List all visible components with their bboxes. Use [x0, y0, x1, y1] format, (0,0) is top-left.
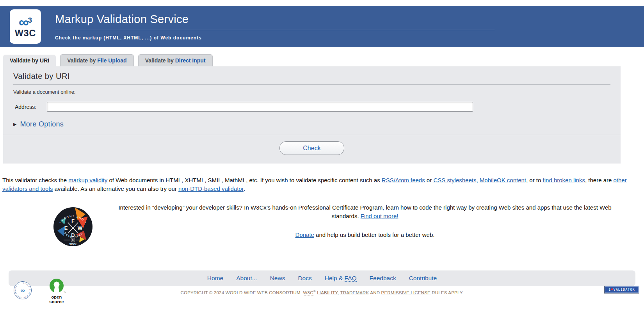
intro-paragraph: This validator checks the markup validit… — [2, 176, 642, 193]
header-text: Markup Validation Service Check the mark… — [55, 13, 644, 41]
text-segment: Contribute — [409, 275, 437, 281]
tab-label-strong: File Upload — [97, 57, 126, 64]
text-segment: . — [244, 185, 245, 192]
text-segment: , there are — [585, 177, 614, 183]
address-row: Address: — [15, 102, 621, 112]
text-segment: Docs — [298, 275, 311, 281]
infinity-glyph: ∞ — [19, 14, 29, 30]
w3c-abbr: W3C — [303, 290, 313, 295]
footer-link-about[interactable]: About... — [236, 275, 257, 282]
w3c-infinity-icon: ∞3 — [19, 14, 32, 28]
text-segment: AND — [369, 290, 381, 295]
header-banner: ∞3 W3C Markup Validation Service Check t… — [0, 6, 644, 47]
liability-link[interactable]: LIABILITY — [317, 290, 338, 295]
text-segment: VALIDATOR — [614, 288, 635, 292]
text-segment: , or to — [526, 177, 543, 183]
more-options-label: More Options — [20, 120, 64, 128]
tab-validate-by-direct-input[interactable]: Validate by Direct Input — [138, 54, 213, 66]
osi-keyhole-icon: TM — [48, 278, 66, 294]
footer-link-home[interactable]: Home — [207, 275, 223, 282]
check-button[interactable]: Check — [279, 141, 344, 155]
text-segment: Home — [207, 275, 223, 281]
address-label: Address: — [15, 104, 43, 110]
validate-by-uri-panel: Validate by URI Validate a document onli… — [3, 66, 621, 164]
more-options-toggle[interactable]: ▶ More Options — [13, 120, 64, 128]
text-segment: RULES APPLY. — [431, 290, 464, 295]
text-segment: COPYRIGHT © 2024 WORLD WIDE WEB CONSORTI… — [181, 290, 303, 295]
text-segment: FAQ — [345, 275, 357, 282]
text-segment: , — [476, 177, 479, 183]
w3c-logo[interactable]: ∞3 W3C — [10, 9, 41, 44]
copyright-line: COPYRIGHT © 2024 WORLD WIDE WEB CONSORTI… — [0, 290, 644, 295]
tab-label-strong: Direct Input — [175, 57, 206, 64]
text-segment: This validator checks the — [2, 177, 68, 183]
tab-label-prefix: Validate by — [145, 57, 175, 64]
osi-wordmark: open source — [44, 295, 69, 304]
text-segment: About... — [236, 275, 257, 281]
text-segment: News — [270, 275, 285, 281]
footer: Home About... News Docs Help & FAQ Feedb… — [0, 270, 644, 295]
permissive-license-link[interactable]: PERMISSIVE LICENSE — [381, 290, 431, 295]
open-source-logo[interactable]: TM open source — [44, 278, 69, 304]
page-title: Markup Validation Service — [55, 13, 495, 30]
w3cx-fewd-badge[interactable]: F E W D • FRONT END • DEVELOPER BY W3Cx — [53, 206, 93, 247]
text-segment: or — [425, 177, 434, 183]
i-love-validator-badge[interactable]: I ♥ VALIDATOR — [604, 286, 639, 293]
text-segment: Feedback — [370, 275, 396, 281]
seal-infinity-glyph: ∞ — [21, 287, 25, 293]
find-out-more-link[interactable]: Find out more! — [361, 213, 398, 219]
text-segment: available. As an alternative you can als… — [53, 185, 178, 192]
footer-link-help-faq[interactable]: Help & FAQ — [325, 275, 357, 282]
badge-letter-w: W — [78, 225, 83, 231]
text-segment: and help us build better tools for a bet… — [314, 231, 435, 238]
markup-validity-link[interactable]: markup validity — [68, 177, 107, 183]
text-segment: Help & — [325, 275, 345, 281]
badge-w3cx-text: W3Cx — [69, 243, 76, 245]
promo-section: F E W D • FRONT END • DEVELOPER BY W3Cx … — [0, 203, 644, 253]
text-segment: ® — [313, 290, 316, 293]
text-segment: of Web documents in HTML, XHTML, SMIL, M… — [107, 177, 382, 183]
donate-line: Donate and help us build better tools fo… — [101, 231, 628, 239]
rss-atom-feeds-link[interactable]: RSS/Atom feeds — [382, 177, 425, 183]
trademark-link[interactable]: TRADEMARK — [340, 290, 369, 295]
validation-tabs: Validate by URI Validate by File Upload … — [3, 54, 644, 66]
badge-letter-e: E — [64, 225, 68, 231]
button-row: Check — [3, 135, 621, 164]
w3c-seal-logo[interactable]: WORLD WIDE WEB CONSORTIUM • ∞ — [13, 281, 32, 300]
find-broken-links-link[interactable]: find broken links — [543, 177, 585, 183]
tab-label-strong: URI — [40, 57, 49, 64]
mobileok-content-link[interactable]: MobileOK content — [480, 177, 526, 183]
donate-link[interactable]: Donate — [295, 231, 314, 238]
footer-link-news[interactable]: News — [270, 275, 285, 282]
w3c-logo-text: W3C — [15, 28, 36, 39]
footer-link-docs[interactable]: Docs — [298, 275, 311, 282]
badge-by-text: BY — [72, 239, 74, 241]
page-subtitle: Check the markup (HTML, XHTML, ...) of W… — [55, 35, 644, 41]
address-input[interactable] — [47, 102, 473, 112]
footer-link-contribute[interactable]: Contribute — [409, 275, 437, 282]
non-dtd-validator-link[interactable]: non-DTD-based validator — [178, 185, 244, 192]
panel-heading: Validate by URI — [13, 72, 610, 85]
tab-validate-by-uri[interactable]: Validate by URI — [3, 55, 56, 66]
badge-letter-f: F — [71, 218, 75, 224]
footer-nav: Home About... News Docs Help & FAQ Feedb… — [9, 270, 635, 286]
css-stylesheets-link[interactable]: CSS stylesheets — [433, 177, 476, 183]
disclosure-triangle-icon: ▶ — [13, 122, 16, 127]
three-glyph: 3 — [28, 16, 32, 24]
panel-subheading: Validate a document online: — [13, 89, 610, 95]
tab-label-prefix: Validate by — [67, 57, 97, 64]
osi-tm: TM — [64, 292, 66, 293]
footer-link-feedback[interactable]: Feedback — [370, 275, 396, 282]
promo-paragraph: Interested in “developing” your develope… — [111, 203, 619, 220]
tab-validate-by-file-upload[interactable]: Validate by File Upload — [60, 54, 134, 66]
tab-label-prefix: Validate by — [10, 57, 40, 64]
promo-text: Interested in “developing” your develope… — [101, 203, 628, 239]
